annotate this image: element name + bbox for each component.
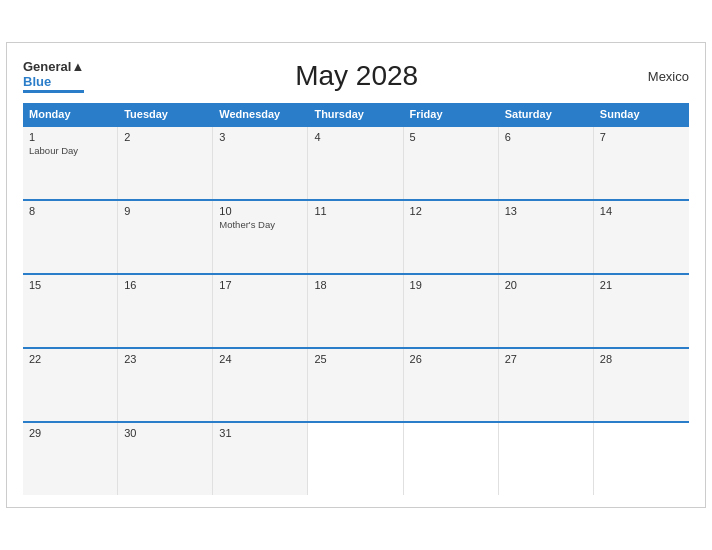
- day-cell-1-6: 14: [594, 201, 689, 273]
- day-cell-4-1: 30: [118, 423, 213, 495]
- day-number: 23: [124, 353, 206, 365]
- day-cell-2-3: 18: [308, 275, 403, 347]
- day-cell-3-2: 24: [213, 349, 308, 421]
- day-cell-0-3: 4: [308, 127, 403, 199]
- day-number: 6: [505, 131, 587, 143]
- day-cell-1-2: 10Mother's Day: [213, 201, 308, 273]
- day-cell-2-0: 15: [23, 275, 118, 347]
- day-number: 11: [314, 205, 396, 217]
- calendar-title: May 2028: [84, 60, 629, 92]
- week-row-4: 22232425262728: [23, 347, 689, 421]
- day-number: 28: [600, 353, 683, 365]
- day-number: 9: [124, 205, 206, 217]
- week-row-5: 293031: [23, 421, 689, 495]
- week-row-3: 15161718192021: [23, 273, 689, 347]
- day-header-monday: Monday: [23, 103, 118, 125]
- day-number: 14: [600, 205, 683, 217]
- day-number: 18: [314, 279, 396, 291]
- day-number: 21: [600, 279, 683, 291]
- day-number: 29: [29, 427, 111, 439]
- day-number: 27: [505, 353, 587, 365]
- day-header-tuesday: Tuesday: [118, 103, 213, 125]
- day-number: 26: [410, 353, 492, 365]
- day-cell-2-1: 16: [118, 275, 213, 347]
- day-cell-4-2: 31: [213, 423, 308, 495]
- day-number: 8: [29, 205, 111, 217]
- day-number: 1: [29, 131, 111, 143]
- day-number: 7: [600, 131, 683, 143]
- day-header-friday: Friday: [404, 103, 499, 125]
- day-number: 12: [410, 205, 492, 217]
- day-number: 30: [124, 427, 206, 439]
- logo-area: General▲ Blue: [23, 59, 84, 94]
- calendar-container: General▲ Blue May 2028 Mexico Monday Tue…: [6, 42, 706, 509]
- day-header-sunday: Sunday: [594, 103, 689, 125]
- day-number: 19: [410, 279, 492, 291]
- day-cell-0-1: 2: [118, 127, 213, 199]
- country-label: Mexico: [629, 69, 689, 84]
- days-header: Monday Tuesday Wednesday Thursday Friday…: [23, 103, 689, 125]
- day-cell-4-3: [308, 423, 403, 495]
- day-number: 10: [219, 205, 301, 217]
- day-number: 2: [124, 131, 206, 143]
- day-cell-0-0: 1Labour Day: [23, 127, 118, 199]
- day-cell-3-1: 23: [118, 349, 213, 421]
- day-number: 25: [314, 353, 396, 365]
- day-cell-4-4: [404, 423, 499, 495]
- day-cell-0-6: 7: [594, 127, 689, 199]
- day-cell-0-2: 3: [213, 127, 308, 199]
- logo-underline: [23, 90, 84, 93]
- day-number: 3: [219, 131, 301, 143]
- day-cell-1-5: 13: [499, 201, 594, 273]
- day-number: 20: [505, 279, 587, 291]
- calendar-grid: 1Labour Day2345678910Mother's Day1112131…: [23, 125, 689, 495]
- day-number: 15: [29, 279, 111, 291]
- day-cell-2-6: 21: [594, 275, 689, 347]
- day-number: 16: [124, 279, 206, 291]
- day-cell-3-4: 26: [404, 349, 499, 421]
- day-header-wednesday: Wednesday: [213, 103, 308, 125]
- day-cell-2-2: 17: [213, 275, 308, 347]
- day-cell-4-6: [594, 423, 689, 495]
- logo-blue: Blue: [23, 74, 51, 89]
- day-cell-1-1: 9: [118, 201, 213, 273]
- day-cell-1-3: 11: [308, 201, 403, 273]
- day-number: 22: [29, 353, 111, 365]
- day-cell-2-5: 20: [499, 275, 594, 347]
- day-cell-3-6: 28: [594, 349, 689, 421]
- week-row-2: 8910Mother's Day11121314: [23, 199, 689, 273]
- day-cell-4-0: 29: [23, 423, 118, 495]
- day-cell-0-4: 5: [404, 127, 499, 199]
- day-cell-3-3: 25: [308, 349, 403, 421]
- day-cell-2-4: 19: [404, 275, 499, 347]
- day-cell-3-0: 22: [23, 349, 118, 421]
- day-number: 5: [410, 131, 492, 143]
- day-header-thursday: Thursday: [308, 103, 403, 125]
- day-number: 17: [219, 279, 301, 291]
- day-number: 4: [314, 131, 396, 143]
- holiday-label: Mother's Day: [219, 219, 301, 231]
- holiday-label: Labour Day: [29, 145, 111, 157]
- week-row-1: 1Labour Day234567: [23, 125, 689, 199]
- logo-general: General▲: [23, 59, 84, 75]
- day-cell-3-5: 27: [499, 349, 594, 421]
- day-cell-1-4: 12: [404, 201, 499, 273]
- day-number: 31: [219, 427, 301, 439]
- day-cell-4-5: [499, 423, 594, 495]
- day-cell-1-0: 8: [23, 201, 118, 273]
- day-number: 13: [505, 205, 587, 217]
- day-number: 24: [219, 353, 301, 365]
- day-cell-0-5: 6: [499, 127, 594, 199]
- day-header-saturday: Saturday: [499, 103, 594, 125]
- calendar-header: General▲ Blue May 2028 Mexico: [23, 59, 689, 94]
